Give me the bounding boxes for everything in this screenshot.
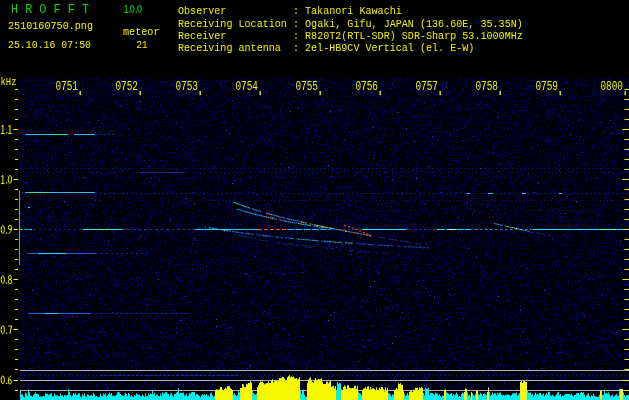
svg-text:Receiving antenna : 2el-HB9CV: Receiving antenna : 2el-HB9CV Vertical (… — [178, 43, 474, 54]
svg-text:0756: 0756 — [356, 80, 379, 94]
svg-text:0754: 0754 — [236, 80, 259, 94]
svg-text:2510160750.png: 2510160750.png — [8, 21, 93, 32]
svg-text:0755: 0755 — [296, 80, 319, 94]
svg-text:kHz: kHz — [1, 76, 17, 88]
svg-text:0759: 0759 — [536, 80, 559, 94]
svg-text:0758: 0758 — [476, 80, 499, 94]
svg-text:25.10.16 07:50: 25.10.16 07:50 — [8, 40, 91, 51]
svg-text:0800: 0800 — [601, 80, 624, 94]
svg-text:0751: 0751 — [56, 80, 79, 94]
svg-text:0757: 0757 — [416, 80, 439, 94]
svg-text:21: 21 — [137, 40, 148, 51]
svg-text:0753: 0753 — [176, 80, 199, 94]
svg-text:Receiving Location : Ogaki, Gi: Receiving Location : Ogaki, Gifu, JAPAN … — [178, 19, 523, 30]
svg-text:0752: 0752 — [116, 80, 139, 94]
svg-text:Observer : Takanori: Observer : Takanori Kawachi — [178, 6, 402, 17]
svg-text:Receiver : R820T2(RT: Receiver : R820T2(RTL-SDR) SDR-Sharp 53.… — [178, 31, 523, 42]
svg-text:H R O F F T: H R O F F T — [11, 3, 89, 17]
svg-text:meteor: meteor — [123, 27, 160, 38]
